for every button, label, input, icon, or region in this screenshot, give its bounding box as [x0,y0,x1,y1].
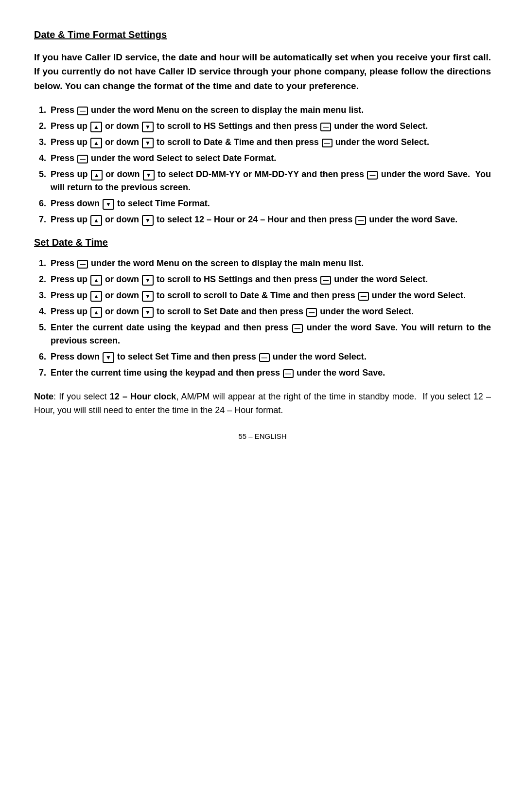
dash-key-icon: — [355,216,366,225]
dash-key-icon: — [77,107,88,115]
up-key-icon: ▲ [90,275,102,286]
dash-key-icon: — [77,260,88,269]
list-item: Press — under the word Menu on the scree… [49,257,491,270]
list-item: Press up ▲ or down ▼ to scroll to scroll… [49,289,491,302]
dash-key-icon: — [306,308,317,317]
list-item: Press down ▼ to select Time Format. [49,197,491,210]
dash-key-icon: — [320,123,331,131]
up-key-icon: ▲ [91,170,103,180]
list-item: Enter the current time using the keypad … [49,366,491,379]
list-item: Press — under the word Select to select … [49,152,491,165]
down-key-icon: ▼ [142,307,154,318]
section1-list: Press — under the word Menu on the scree… [49,104,491,226]
note-paragraph: Note: If you select 12 – Hour clock, AM/… [34,390,491,417]
list-item: Press down ▼ to select Set Time and then… [49,350,491,363]
list-item: Enter the current date using the keypad … [49,321,491,347]
list-item: Press — under the word Menu on the scree… [49,104,491,117]
up-key-icon: ▲ [90,291,102,302]
down-key-icon: ▼ [103,352,114,363]
down-key-icon: ▼ [142,215,154,226]
dash-key-icon: — [367,171,378,180]
dash-key-icon: — [77,155,88,163]
page-footer: 55 – ENGLISH [34,432,491,440]
dash-key-icon: — [283,369,294,378]
section2-list: Press — under the word Menu on the scree… [49,257,491,379]
page-title: Date & Time Format Settings [34,29,491,40]
list-item: Press up ▲ or down ▼ to select 12 – Hour… [49,213,491,226]
up-key-icon: ▲ [90,215,102,226]
up-key-icon: ▲ [90,138,102,148]
down-key-icon: ▼ [142,122,154,132]
down-key-icon: ▼ [103,199,114,210]
down-key-icon: ▼ [142,138,154,148]
section2-title: Set Date & Time [34,237,491,248]
down-key-icon: ▼ [142,275,154,286]
list-item: Press up ▲ or down ▼ to scroll to Set Da… [49,305,491,318]
down-key-icon: ▼ [142,291,154,302]
intro-paragraph: If you have Caller ID service, the date … [34,50,491,93]
up-key-icon: ▲ [90,122,102,132]
list-item: Press up ▲ or down ▼ to scroll to HS Set… [49,120,491,133]
dash-key-icon: — [259,353,270,362]
down-key-icon: ▼ [143,170,155,180]
dash-key-icon: — [292,324,303,333]
dash-key-icon: — [320,276,331,285]
dash-key-icon: — [322,139,332,147]
dash-key-icon: — [358,292,369,301]
list-item: Press up ▲ or down ▼ to scroll to Date &… [49,136,491,149]
up-key-icon: ▲ [90,307,102,318]
list-item: Press up ▲ or down ▼ to select DD-MM-YY … [49,168,491,194]
list-item: Press up ▲ or down ▼ to scroll to HS Set… [49,273,491,286]
